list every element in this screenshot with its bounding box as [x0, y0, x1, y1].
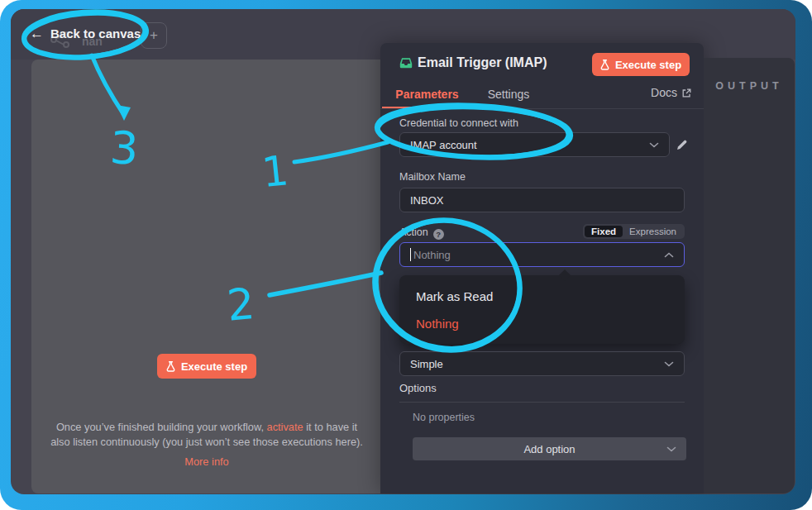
credential-select[interactable]: IMAP account [399, 132, 670, 157]
node-title: Email Trigger (IMAP) [418, 55, 547, 70]
hint-text-2: it to have it [303, 421, 357, 433]
back-to-canvas-label: Back to canvas [50, 26, 141, 41]
flask-icon [166, 361, 175, 372]
plus-icon: + [150, 27, 158, 44]
activation-hint: Once you’ve finished building your workf… [41, 420, 372, 449]
email-inbox-icon [399, 55, 413, 70]
credential-label: Credential to connect with [399, 117, 518, 129]
node-details-panel: Email Trigger (IMAP) Execute step Parame… [380, 43, 704, 493]
docs-label: Docs [651, 86, 677, 99]
format-select[interactable]: Simple [399, 351, 685, 376]
mailbox-label: Mailbox Name [399, 171, 466, 183]
hint-text: Once you’ve finished building your workf… [56, 421, 267, 433]
format-value: Simple [410, 358, 443, 370]
chevron-up-icon [664, 252, 674, 258]
dropdown-item-mark-as-read[interactable]: Mark as Read [416, 289, 493, 303]
tab-settings[interactable]: Settings [478, 83, 539, 108]
credential-value: IMAP account [410, 139, 477, 151]
edit-credential-icon[interactable] [676, 138, 689, 151]
activate-link[interactable]: activate [267, 421, 303, 433]
more-info-link[interactable]: More info [41, 455, 372, 468]
n8n-app: nan ← Back to canvas + Execute step Once… [11, 9, 795, 494]
no-properties-text: No properties [413, 412, 475, 423]
add-option-button[interactable]: Add option [413, 437, 686, 460]
dropdown-notch [559, 269, 571, 281]
execute-step-label: Execute step [615, 59, 681, 71]
action-row: Action? Fixed Expression [399, 224, 685, 241]
action-dropdown-menu: Mark as Read Nothing [399, 275, 685, 344]
new-tab-button[interactable]: + [141, 22, 167, 49]
options-section-title: Options [399, 382, 437, 394]
flask-icon [600, 60, 609, 70]
external-link-icon [682, 88, 691, 98]
chevron-down-icon [664, 361, 674, 367]
fixed-expression-toggle[interactable]: Fixed Expression [583, 224, 685, 239]
hint-text-3: also listen continuously (you just won’t… [50, 436, 363, 448]
mailbox-input[interactable]: INBOX [399, 188, 685, 212]
action-placeholder: Nothing [413, 249, 451, 261]
chevron-down-icon [649, 142, 659, 148]
execute-step-label: Execute step [181, 360, 247, 373]
back-arrow-icon: ← [30, 26, 44, 41]
output-panel: OUTPUT [704, 58, 795, 493]
docs-link[interactable]: Docs [651, 86, 691, 99]
back-to-canvas-button[interactable]: ← Back to canvas [30, 26, 141, 41]
toggle-fixed[interactable]: Fixed [585, 226, 623, 237]
output-panel-title: OUTPUT [704, 80, 795, 92]
chevron-down-icon [666, 446, 676, 452]
tabs-divider [380, 108, 704, 109]
add-option-label: Add option [523, 443, 575, 455]
action-label: Action [399, 226, 428, 238]
toggle-expression[interactable]: Expression [623, 226, 683, 237]
dropdown-item-nothing[interactable]: Nothing [416, 317, 459, 331]
tab-parameters[interactable]: Parameters [382, 83, 472, 108]
execute-step-button-canvas[interactable]: Execute step [157, 354, 256, 379]
options-divider [399, 402, 685, 403]
help-icon[interactable]: ? [433, 229, 444, 240]
browser-window: nan ← Back to canvas + Execute step Once… [0, 0, 812, 510]
action-select[interactable]: Nothing [399, 242, 685, 267]
text-cursor [410, 248, 411, 261]
mailbox-value: INBOX [410, 194, 443, 207]
execute-step-button-panel[interactable]: Execute step [592, 53, 690, 76]
